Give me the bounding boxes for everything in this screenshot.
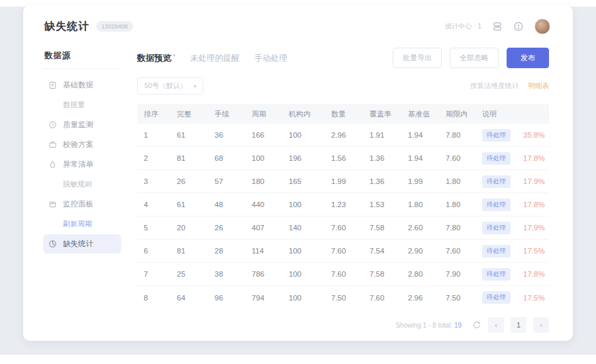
row-cell: 794 <box>245 294 282 302</box>
row-cell: 440 <box>245 201 282 208</box>
briefcase-icon <box>48 140 57 149</box>
row-cell: 2.80 <box>401 270 439 278</box>
user-avatar[interactable] <box>534 19 550 34</box>
page-number-button[interactable]: 1 <box>511 317 526 333</box>
batch-export-button[interactable]: 批量导出 <box>393 48 442 68</box>
sidebar-item-3[interactable]: 校验方案 <box>43 135 121 154</box>
tab-manual[interactable]: 手动处理 <box>254 53 287 64</box>
row-cell: 5 <box>137 224 170 232</box>
help-icon[interactable] <box>513 21 524 32</box>
select-value: 50号（默认） <box>144 81 187 91</box>
rate-value: 17.9% <box>517 224 549 232</box>
column-header-7: 基准值 <box>401 109 439 119</box>
column-header-3: 周期 <box>245 109 282 119</box>
row-cell: 待处理 <box>475 199 517 211</box>
row-cell: 48 <box>208 201 245 208</box>
table-body: 161361661002.961.911.947.80待处理35.8%28168… <box>137 124 549 309</box>
row-cell: 166 <box>245 131 282 139</box>
row-cell: 待处理 <box>475 175 517 188</box>
status-badge[interactable]: 待处理 <box>482 291 511 304</box>
row-cell: 1.80 <box>439 177 475 185</box>
column-header-5: 数量 <box>324 109 363 119</box>
row-cell: 20 <box>170 224 208 232</box>
sidebar-item-label: 刷新周期 <box>63 219 92 229</box>
row-cell: 96 <box>208 294 245 302</box>
sidebar-item-6[interactable]: 监控面板 <box>43 195 121 214</box>
row-cell: 786 <box>245 270 282 278</box>
card-header: 缺失统计 13029408 统计中心 · 1 <box>23 5 573 41</box>
row-cell: 待处理 <box>475 291 517 304</box>
prev-page-button[interactable]: ‹ <box>488 317 504 333</box>
sidebar-item-8[interactable]: 缺失统计 <box>43 234 121 253</box>
row-cell: 100 <box>282 294 324 302</box>
sidebar-item-1[interactable]: 数据量 <box>43 95 121 114</box>
status-badge[interactable]: 待处理 <box>482 245 511 257</box>
ignore-all-button[interactable]: 全部忽略 <box>450 48 499 68</box>
row-cell: 165 <box>282 177 324 185</box>
sidebar-header: 数据源 <box>43 48 121 68</box>
publish-button[interactable]: 发布 <box>507 48 549 68</box>
layout-switch-icon[interactable] <box>492 21 503 32</box>
row-cell: 2.96 <box>324 131 363 139</box>
table-row: 520264071407.607.582.607.80待处理17.9% <box>137 216 549 240</box>
row-cell: 7.58 <box>363 224 401 232</box>
column-header-9: 说明 <box>475 109 517 119</box>
row-cell: 1.99 <box>401 177 439 185</box>
row-cell: 1.53 <box>363 201 401 208</box>
next-page-button[interactable]: › <box>533 317 549 333</box>
content-area: 数据预览▾ 未处理的提醒 手动处理 批量导出 全部忽略 发布 50号（默认） <box>128 41 573 332</box>
data-table: 排序完整手续周期机构内数量覆盖率基准值期限内说明 161361661002.96… <box>137 104 549 309</box>
status-badge[interactable]: 待处理 <box>482 175 511 188</box>
row-cell: 7.54 <box>363 247 401 255</box>
sidebar-item-4[interactable]: 异常清单 <box>43 155 121 174</box>
row-cell: 7.50 <box>324 294 363 302</box>
row-cell: 7.60 <box>439 247 475 255</box>
rate-value: 35.8% <box>517 131 549 139</box>
sidebar-item-2[interactable]: 质量监测 <box>43 115 121 134</box>
column-header-2: 手续 <box>208 109 245 119</box>
status-badge[interactable]: 待处理 <box>482 268 511 281</box>
row-cell: 3 <box>137 177 170 185</box>
row-cell: 1.94 <box>401 131 439 139</box>
row-cell: 196 <box>282 154 324 162</box>
refresh-icon[interactable] <box>472 320 481 330</box>
row-cell: 100 <box>282 270 324 278</box>
table-header: 排序完整手续周期机构内数量覆盖率基准值期限内说明 <box>137 104 549 124</box>
row-cell: 2.60 <box>401 224 439 232</box>
row-cell: 1.94 <box>401 154 439 162</box>
row-cell: 6 <box>137 247 170 255</box>
row-cell: 7.80 <box>439 131 475 139</box>
sidebar-item-7[interactable]: 刷新周期 <box>43 214 121 234</box>
rate-value: 17.9% <box>517 177 549 185</box>
row-cell: 28 <box>208 247 245 255</box>
status-badge[interactable]: 待处理 <box>482 129 511 142</box>
sidebar-item-5[interactable]: 脱敏规则 <box>43 175 121 194</box>
row-cell: 待处理 <box>475 152 517 165</box>
tab-data-preview[interactable]: 数据预览▾ <box>137 52 175 64</box>
row-cell: 待处理 <box>475 268 517 281</box>
tab-pending-alerts[interactable]: 未处理的提醒 <box>190 53 240 64</box>
status-badge[interactable]: 待处理 <box>482 199 511 211</box>
row-cell: 1.80 <box>401 201 439 208</box>
export-detail-link[interactable]: 明细表 <box>528 81 550 91</box>
chevron-down-icon: ▾ <box>173 52 175 58</box>
row-cell: 57 <box>208 177 245 185</box>
status-badge[interactable]: 待处理 <box>482 152 511 165</box>
row-cell: 1.91 <box>363 131 401 139</box>
row-cell: 1.36 <box>363 154 401 162</box>
row-cell: 8 <box>137 294 170 302</box>
row-cell: 81 <box>170 247 208 255</box>
row-cell: 25 <box>170 270 208 278</box>
row-cell: 1.36 <box>363 177 401 185</box>
filter-row: 50号（默认） ▾ 按算法维度统计 明细表 <box>137 77 549 95</box>
sidebar-item-label: 异常清单 <box>63 159 93 169</box>
column-header-1: 完整 <box>170 109 208 119</box>
page-size-select[interactable]: 50号（默认） ▾ <box>137 77 203 95</box>
row-cell: 61 <box>170 201 208 208</box>
status-badge[interactable]: 待处理 <box>482 222 511 234</box>
main-card: 缺失统计 13029408 统计中心 · 1 <box>23 5 573 341</box>
sidebar-item-0[interactable]: 基础数据 <box>43 75 121 95</box>
title-badge: 13029408 <box>96 21 133 32</box>
row-cell: 7.90 <box>439 270 475 278</box>
tabs: 数据预览▾ 未处理的提醒 手动处理 <box>137 52 287 64</box>
